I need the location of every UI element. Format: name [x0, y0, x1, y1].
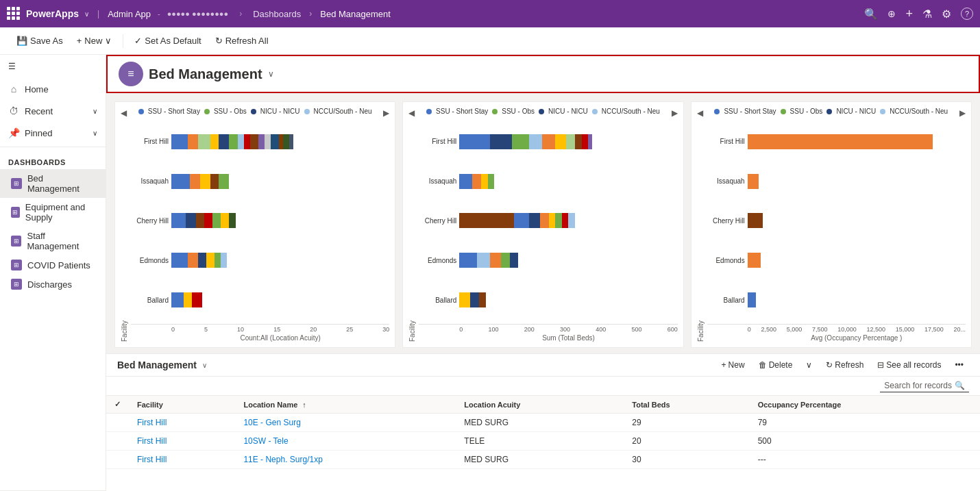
th-location-name[interactable]: Location Name ↑	[235, 396, 456, 414]
c3-legend-label-nccu: NCCU/South - Neu	[890, 108, 948, 115]
sidebar-toggle[interactable]: ☰	[0, 55, 106, 78]
table-area: Bed Management ∨ + New 🗑 Delete ∨ ↻ Refr…	[106, 354, 980, 491]
legend-dot-ssu-obs	[204, 109, 210, 114]
table-title-chevron-icon[interactable]: ∨	[202, 362, 207, 369]
table-title: Bed Management	[117, 360, 197, 370]
chart2-row-cherryhill: Cherry Hill	[419, 213, 677, 228]
chart1-body: Facility First Hill	[121, 122, 389, 342]
activity-icon[interactable]: ⊕	[887, 8, 896, 19]
c3-legend-dot-ssu-obs	[781, 109, 786, 114]
chart2-prev-icon[interactable]: ◀	[408, 108, 415, 118]
search-icon[interactable]: 🔍	[864, 8, 878, 21]
table-refresh-button[interactable]: ↻ Refresh	[820, 358, 869, 372]
chart3-prev-icon[interactable]: ◀	[697, 108, 703, 118]
row1-location[interactable]: 10E - Gen Surg	[235, 414, 456, 432]
row2-location[interactable]: 10SW - Tele	[235, 432, 456, 451]
settings-icon[interactable]: ⚙	[942, 8, 951, 21]
chart3-next-icon[interactable]: ▶	[959, 108, 966, 118]
table-expand-button[interactable]: ∨	[800, 358, 818, 372]
new-icon: +	[77, 36, 82, 46]
table-see-all-button[interactable]: ⊟ See all records	[872, 358, 946, 372]
sidebar-item-staff-management[interactable]: ⊞ Staff Management	[0, 227, 106, 255]
chart3-body: Facility First Hill Issaquah	[697, 122, 966, 342]
app-name-label: Admin App	[108, 9, 151, 19]
add-icon[interactable]: +	[905, 7, 913, 21]
main-layout: ☰ ⌂ Home ⏱ Recent ∨ 📌 Pinned ∨ Dashboard…	[0, 55, 980, 491]
table-row: First Hill 10SW - Tele TELE 20 500	[106, 432, 980, 451]
discharges-label: Discharges	[27, 279, 72, 290]
sidebar-item-equipment-supply[interactable]: ⊞ Equipment and Supply	[0, 198, 106, 227]
chart3-row-cherryhill: Cherry Hill	[707, 213, 966, 228]
row3-occupancy: ---	[750, 451, 980, 469]
sidebar-item-recent[interactable]: ⏱ Recent ∨	[0, 100, 106, 122]
row2-beds: 20	[624, 432, 749, 451]
filter-icon[interactable]: ⚗	[922, 8, 932, 21]
th-total-beds[interactable]: Total Beds	[624, 396, 749, 414]
table-row: First Hill 11E - Neph. Surg/1xp MED SURG…	[106, 451, 980, 469]
chart1-prev-icon[interactable]: ◀	[121, 108, 127, 118]
help-icon[interactable]: ?	[961, 8, 973, 20]
chart2-row-firsthill: First Hill	[419, 134, 677, 149]
sidebar-item-discharges[interactable]: ⊞ Discharges	[0, 275, 106, 294]
dashboard-title: Bed Management	[149, 66, 262, 82]
set-default-button[interactable]: ✓ Set As Default	[129, 33, 206, 49]
c2-legend-dot-ssu-short	[426, 109, 432, 114]
dashboard-header: ≡ Bed Management ∨	[106, 55, 980, 93]
powerapps-logo[interactable]: PowerApps	[26, 8, 79, 19]
chart3-inner: First Hill Issaquah	[707, 122, 966, 320]
waffle-menu-icon[interactable]	[7, 7, 21, 21]
row3-location[interactable]: 11E - Neph. Surg/1xp	[235, 451, 456, 469]
sidebar-item-pinned[interactable]: 📌 Pinned ∨	[0, 122, 106, 144]
recent-chevron-icon: ∨	[93, 108, 97, 115]
toolbar: 💾 Save As + New ∨ ✓ Set As Default ↻ Ref…	[0, 27, 980, 55]
th-occupancy-pct[interactable]: Occupancy Percentage	[750, 396, 980, 414]
sidebar: ☰ ⌂ Home ⏱ Recent ∨ 📌 Pinned ∨ Dashboard…	[0, 55, 106, 491]
powerapps-chevron: ∨	[84, 10, 89, 18]
discharges-icon: ⊞	[11, 279, 22, 290]
table-new-icon: +	[722, 360, 726, 370]
pinned-label: Pinned	[25, 128, 52, 138]
table-search-box[interactable]: Search for records 🔍	[880, 379, 969, 392]
c2-legend-dot-nccu	[592, 109, 598, 114]
chart3-row-edmonds: Edmonds	[707, 253, 966, 268]
new-button[interactable]: + New ∨	[71, 33, 118, 49]
table-search-placeholder: Search for records	[884, 381, 952, 390]
chart2-next-icon[interactable]: ▶	[672, 108, 678, 118]
chart1-x-label: Count:All (Location Acuity)	[171, 334, 389, 342]
chart1-row-edmonds: Edmonds	[131, 253, 389, 268]
grid-icon: ⊟	[877, 360, 884, 370]
home-label: Home	[25, 84, 49, 95]
row3-facility[interactable]: First Hill	[129, 451, 235, 469]
th-facility[interactable]: Facility	[129, 396, 235, 414]
table-search-icon[interactable]: 🔍	[955, 381, 965, 390]
th-location-acuity[interactable]: Location Acuity	[456, 396, 624, 414]
pinned-chevron-icon: ∨	[93, 129, 97, 137]
chart1-row-cherryhill: Cherry Hill	[131, 213, 389, 228]
sidebar-item-covid-patients[interactable]: ⊞ COVID Patients	[0, 255, 106, 275]
sidebar-section-dashboards: Dashboards	[0, 150, 106, 169]
table-new-button[interactable]: + New	[716, 358, 750, 372]
sidebar-item-bed-management[interactable]: ⊞ Bed Management	[0, 169, 106, 198]
legend-dot-nccu	[304, 109, 310, 114]
table-delete-button[interactable]: 🗑 Delete	[753, 358, 798, 372]
breadcrumb-dashboards[interactable]: Dashboards	[253, 9, 301, 19]
pinned-icon: 📌	[8, 127, 19, 138]
equipment-supply-label: Equipment and Supply	[25, 202, 97, 223]
sort-icon: ↑	[302, 401, 306, 409]
row2-facility[interactable]: First Hill	[129, 432, 235, 451]
refresh-button[interactable]: ↻ Refresh All	[210, 33, 274, 49]
app-subtitle-text: ●●●●● ●●●●●●●●	[167, 10, 228, 18]
sidebar-item-home[interactable]: ⌂ Home	[0, 78, 106, 100]
chart1-row-ballard: Ballard	[131, 292, 389, 307]
data-table: ✓ Facility Location Name ↑ Location Acui…	[106, 396, 980, 469]
dashboard-dropdown-icon[interactable]: ∨	[268, 69, 274, 79]
row1-occupancy: 79	[750, 414, 980, 432]
row1-facility[interactable]: First Hill	[129, 414, 235, 432]
new-chevron-icon: ∨	[105, 36, 112, 46]
save-as-button[interactable]: 💾 Save As	[11, 33, 69, 49]
table-more-button[interactable]: •••	[949, 358, 969, 372]
sidebar-divider	[0, 147, 106, 147]
chart2-body: Facility First Hill	[408, 122, 677, 342]
recent-icon: ⏱	[8, 105, 19, 116]
chart1-next-icon[interactable]: ▶	[383, 108, 389, 118]
